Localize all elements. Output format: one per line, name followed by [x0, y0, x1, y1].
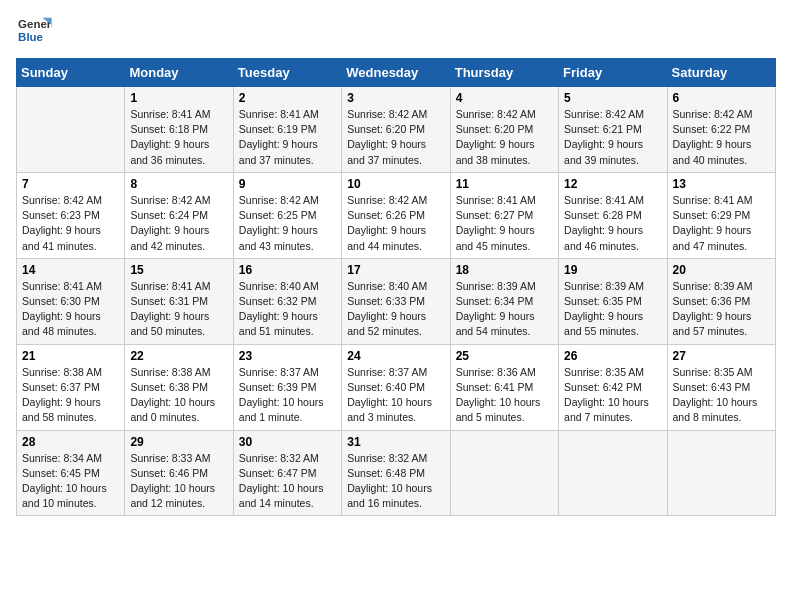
- day-number: 18: [456, 263, 553, 277]
- weekday-header-cell: Saturday: [667, 59, 775, 87]
- day-info: Sunrise: 8:42 AM Sunset: 6:24 PM Dayligh…: [130, 193, 227, 254]
- calendar-table: SundayMondayTuesdayWednesdayThursdayFrid…: [16, 58, 776, 516]
- calendar-cell: 27Sunrise: 8:35 AM Sunset: 6:43 PM Dayli…: [667, 344, 775, 430]
- calendar-cell: [450, 430, 558, 516]
- calendar-cell: 26Sunrise: 8:35 AM Sunset: 6:42 PM Dayli…: [559, 344, 667, 430]
- day-number: 17: [347, 263, 444, 277]
- weekday-header-row: SundayMondayTuesdayWednesdayThursdayFrid…: [17, 59, 776, 87]
- day-info: Sunrise: 8:42 AM Sunset: 6:26 PM Dayligh…: [347, 193, 444, 254]
- calendar-week-row: 14Sunrise: 8:41 AM Sunset: 6:30 PM Dayli…: [17, 258, 776, 344]
- weekday-header-cell: Tuesday: [233, 59, 341, 87]
- calendar-cell: 13Sunrise: 8:41 AM Sunset: 6:29 PM Dayli…: [667, 172, 775, 258]
- weekday-header-cell: Thursday: [450, 59, 558, 87]
- calendar-cell: 6Sunrise: 8:42 AM Sunset: 6:22 PM Daylig…: [667, 87, 775, 173]
- day-info: Sunrise: 8:39 AM Sunset: 6:35 PM Dayligh…: [564, 279, 661, 340]
- calendar-cell: 17Sunrise: 8:40 AM Sunset: 6:33 PM Dayli…: [342, 258, 450, 344]
- day-number: 14: [22, 263, 119, 277]
- day-number: 30: [239, 435, 336, 449]
- calendar-cell: 14Sunrise: 8:41 AM Sunset: 6:30 PM Dayli…: [17, 258, 125, 344]
- calendar-cell: 3Sunrise: 8:42 AM Sunset: 6:20 PM Daylig…: [342, 87, 450, 173]
- calendar-week-row: 1Sunrise: 8:41 AM Sunset: 6:18 PM Daylig…: [17, 87, 776, 173]
- weekday-header-cell: Friday: [559, 59, 667, 87]
- day-info: Sunrise: 8:35 AM Sunset: 6:42 PM Dayligh…: [564, 365, 661, 426]
- day-info: Sunrise: 8:37 AM Sunset: 6:39 PM Dayligh…: [239, 365, 336, 426]
- day-number: 26: [564, 349, 661, 363]
- calendar-cell: 4Sunrise: 8:42 AM Sunset: 6:20 PM Daylig…: [450, 87, 558, 173]
- calendar-cell: 20Sunrise: 8:39 AM Sunset: 6:36 PM Dayli…: [667, 258, 775, 344]
- calendar-cell: 28Sunrise: 8:34 AM Sunset: 6:45 PM Dayli…: [17, 430, 125, 516]
- calendar-cell: 18Sunrise: 8:39 AM Sunset: 6:34 PM Dayli…: [450, 258, 558, 344]
- day-number: 1: [130, 91, 227, 105]
- calendar-cell: 23Sunrise: 8:37 AM Sunset: 6:39 PM Dayli…: [233, 344, 341, 430]
- day-number: 4: [456, 91, 553, 105]
- calendar-cell: 5Sunrise: 8:42 AM Sunset: 6:21 PM Daylig…: [559, 87, 667, 173]
- day-number: 28: [22, 435, 119, 449]
- day-info: Sunrise: 8:42 AM Sunset: 6:23 PM Dayligh…: [22, 193, 119, 254]
- day-number: 31: [347, 435, 444, 449]
- calendar-cell: 10Sunrise: 8:42 AM Sunset: 6:26 PM Dayli…: [342, 172, 450, 258]
- logo-icon: General Blue: [16, 16, 52, 46]
- day-info: Sunrise: 8:41 AM Sunset: 6:18 PM Dayligh…: [130, 107, 227, 168]
- calendar-cell: 9Sunrise: 8:42 AM Sunset: 6:25 PM Daylig…: [233, 172, 341, 258]
- calendar-cell: 11Sunrise: 8:41 AM Sunset: 6:27 PM Dayli…: [450, 172, 558, 258]
- day-info: Sunrise: 8:41 AM Sunset: 6:29 PM Dayligh…: [673, 193, 770, 254]
- day-number: 23: [239, 349, 336, 363]
- day-info: Sunrise: 8:33 AM Sunset: 6:46 PM Dayligh…: [130, 451, 227, 512]
- day-info: Sunrise: 8:42 AM Sunset: 6:21 PM Dayligh…: [564, 107, 661, 168]
- day-info: Sunrise: 8:37 AM Sunset: 6:40 PM Dayligh…: [347, 365, 444, 426]
- day-number: 5: [564, 91, 661, 105]
- day-number: 13: [673, 177, 770, 191]
- calendar-cell: [17, 87, 125, 173]
- day-info: Sunrise: 8:41 AM Sunset: 6:28 PM Dayligh…: [564, 193, 661, 254]
- day-number: 10: [347, 177, 444, 191]
- calendar-week-row: 28Sunrise: 8:34 AM Sunset: 6:45 PM Dayli…: [17, 430, 776, 516]
- day-info: Sunrise: 8:41 AM Sunset: 6:27 PM Dayligh…: [456, 193, 553, 254]
- day-info: Sunrise: 8:42 AM Sunset: 6:20 PM Dayligh…: [456, 107, 553, 168]
- weekday-header-cell: Monday: [125, 59, 233, 87]
- day-number: 11: [456, 177, 553, 191]
- day-number: 6: [673, 91, 770, 105]
- day-info: Sunrise: 8:36 AM Sunset: 6:41 PM Dayligh…: [456, 365, 553, 426]
- day-number: 8: [130, 177, 227, 191]
- calendar-cell: [667, 430, 775, 516]
- day-info: Sunrise: 8:40 AM Sunset: 6:33 PM Dayligh…: [347, 279, 444, 340]
- day-info: Sunrise: 8:34 AM Sunset: 6:45 PM Dayligh…: [22, 451, 119, 512]
- calendar-cell: 7Sunrise: 8:42 AM Sunset: 6:23 PM Daylig…: [17, 172, 125, 258]
- day-info: Sunrise: 8:40 AM Sunset: 6:32 PM Dayligh…: [239, 279, 336, 340]
- calendar-cell: 8Sunrise: 8:42 AM Sunset: 6:24 PM Daylig…: [125, 172, 233, 258]
- day-number: 7: [22, 177, 119, 191]
- calendar-cell: 22Sunrise: 8:38 AM Sunset: 6:38 PM Dayli…: [125, 344, 233, 430]
- day-number: 15: [130, 263, 227, 277]
- day-info: Sunrise: 8:41 AM Sunset: 6:31 PM Dayligh…: [130, 279, 227, 340]
- calendar-cell: [559, 430, 667, 516]
- weekday-header-cell: Wednesday: [342, 59, 450, 87]
- calendar-body: 1Sunrise: 8:41 AM Sunset: 6:18 PM Daylig…: [17, 87, 776, 516]
- day-info: Sunrise: 8:35 AM Sunset: 6:43 PM Dayligh…: [673, 365, 770, 426]
- day-number: 2: [239, 91, 336, 105]
- day-number: 3: [347, 91, 444, 105]
- weekday-header-cell: Sunday: [17, 59, 125, 87]
- calendar-cell: 1Sunrise: 8:41 AM Sunset: 6:18 PM Daylig…: [125, 87, 233, 173]
- day-number: 12: [564, 177, 661, 191]
- day-number: 24: [347, 349, 444, 363]
- calendar-week-row: 21Sunrise: 8:38 AM Sunset: 6:37 PM Dayli…: [17, 344, 776, 430]
- day-info: Sunrise: 8:38 AM Sunset: 6:38 PM Dayligh…: [130, 365, 227, 426]
- day-info: Sunrise: 8:41 AM Sunset: 6:30 PM Dayligh…: [22, 279, 119, 340]
- calendar-cell: 24Sunrise: 8:37 AM Sunset: 6:40 PM Dayli…: [342, 344, 450, 430]
- day-number: 21: [22, 349, 119, 363]
- calendar-cell: 29Sunrise: 8:33 AM Sunset: 6:46 PM Dayli…: [125, 430, 233, 516]
- day-number: 29: [130, 435, 227, 449]
- day-info: Sunrise: 8:42 AM Sunset: 6:25 PM Dayligh…: [239, 193, 336, 254]
- day-number: 20: [673, 263, 770, 277]
- svg-text:Blue: Blue: [18, 31, 43, 43]
- logo: General Blue: [16, 16, 52, 46]
- calendar-cell: 16Sunrise: 8:40 AM Sunset: 6:32 PM Dayli…: [233, 258, 341, 344]
- calendar-cell: 15Sunrise: 8:41 AM Sunset: 6:31 PM Dayli…: [125, 258, 233, 344]
- calendar-cell: 12Sunrise: 8:41 AM Sunset: 6:28 PM Dayli…: [559, 172, 667, 258]
- day-info: Sunrise: 8:41 AM Sunset: 6:19 PM Dayligh…: [239, 107, 336, 168]
- calendar-week-row: 7Sunrise: 8:42 AM Sunset: 6:23 PM Daylig…: [17, 172, 776, 258]
- day-number: 22: [130, 349, 227, 363]
- calendar-cell: 31Sunrise: 8:32 AM Sunset: 6:48 PM Dayli…: [342, 430, 450, 516]
- calendar-cell: 19Sunrise: 8:39 AM Sunset: 6:35 PM Dayli…: [559, 258, 667, 344]
- calendar-cell: 2Sunrise: 8:41 AM Sunset: 6:19 PM Daylig…: [233, 87, 341, 173]
